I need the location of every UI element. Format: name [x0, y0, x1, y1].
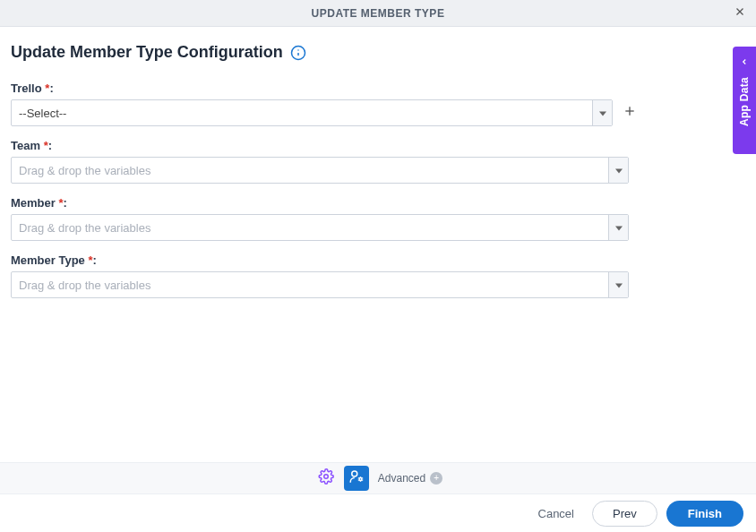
finish-button[interactable]: Finish	[666, 501, 743, 527]
prev-button[interactable]: Prev	[592, 501, 657, 527]
member-type-input[interactable]	[12, 272, 608, 297]
chevron-left-icon	[740, 54, 749, 70]
plus-icon	[623, 104, 637, 122]
member-input[interactable]	[12, 215, 608, 240]
chevron-down-icon	[615, 277, 623, 293]
svg-point-12	[352, 471, 357, 476]
field-team: Team *:	[11, 139, 745, 184]
dialog-header: UPDATE MEMBER TYPE	[0, 0, 756, 27]
svg-point-4	[297, 49, 299, 51]
member-dropdown-toggle[interactable]	[608, 215, 628, 240]
footer: Cancel Prev Finish	[0, 494, 756, 532]
cancel-button[interactable]: Cancel	[529, 502, 583, 526]
team-input-wrap	[11, 157, 629, 184]
trello-dropdown-toggle[interactable]	[592, 100, 612, 125]
team-dropdown-toggle[interactable]	[608, 158, 628, 183]
member-input-wrap	[11, 214, 629, 241]
toolbar-strip: Advanced +	[0, 462, 756, 494]
svg-marker-8	[615, 169, 623, 174]
field-trello: Trello *: --Select--	[11, 82, 745, 126]
info-icon[interactable]	[290, 45, 306, 61]
svg-marker-10	[615, 284, 623, 288]
settings-button[interactable]	[314, 466, 339, 491]
chevron-down-icon	[615, 219, 623, 236]
page-title: Update Member Type Configuration	[11, 43, 283, 62]
close-button[interactable]	[731, 4, 749, 22]
member-type-input-wrap	[11, 271, 629, 298]
member-type-dropdown-toggle[interactable]	[608, 272, 628, 297]
page-title-row: Update Member Type Configuration	[11, 43, 745, 62]
svg-marker-5	[599, 112, 606, 116]
gear-icon	[318, 468, 334, 488]
user-settings-button[interactable]	[344, 466, 369, 491]
chevron-down-icon	[615, 162, 623, 178]
advanced-toggle[interactable]: Advanced +	[378, 472, 442, 485]
label-trello: Trello *:	[11, 82, 745, 95]
label-member: Member *:	[11, 196, 745, 210]
user-gear-icon	[348, 468, 365, 488]
close-icon	[734, 5, 746, 21]
team-input[interactable]	[12, 158, 608, 183]
field-member: Member *:	[11, 196, 745, 241]
chevron-down-icon	[599, 105, 606, 121]
plus-circle-icon: +	[430, 472, 442, 485]
label-team: Team *:	[11, 139, 745, 152]
app-data-tab[interactable]: App Data	[733, 47, 756, 154]
svg-point-13	[359, 478, 362, 481]
label-member-type: Member Type *:	[11, 253, 745, 267]
content-area: Update Member Type Configuration Trello …	[0, 27, 756, 298]
add-trello-button[interactable]	[620, 99, 640, 126]
field-member-type: Member Type *:	[11, 253, 745, 298]
trello-select-value: --Select--	[12, 100, 592, 125]
svg-marker-9	[615, 227, 623, 231]
svg-point-11	[324, 475, 329, 479]
dialog-title: UPDATE MEMBER TYPE	[312, 7, 445, 20]
trello-select[interactable]: --Select--	[11, 99, 613, 126]
advanced-label: Advanced	[378, 472, 425, 485]
app-data-label: App Data	[738, 77, 751, 126]
